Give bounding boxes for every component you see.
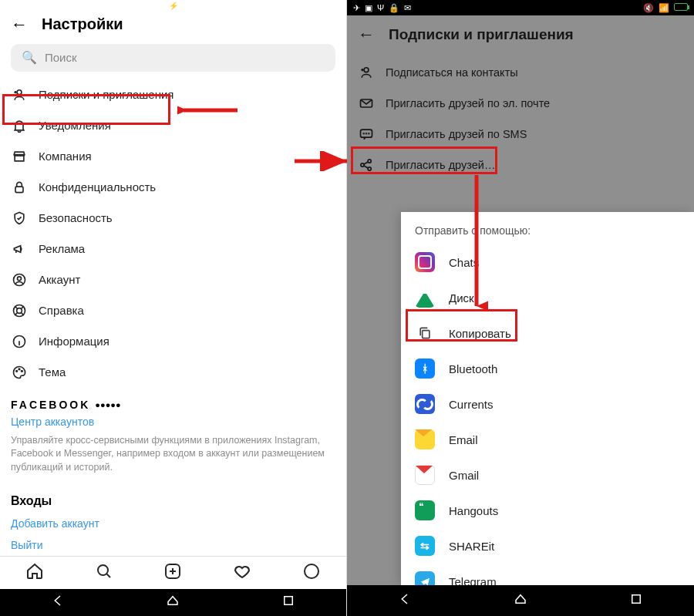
settings-item-lock[interactable]: Конфиденциальность bbox=[11, 172, 335, 203]
share-copy[interactable]: Копировать bbox=[401, 315, 694, 351]
logins-heading: Входы bbox=[11, 494, 335, 508]
settings-item-label: Конфиденциальность bbox=[39, 180, 156, 194]
tab-create[interactable] bbox=[163, 562, 182, 584]
share-target-label: Email bbox=[449, 433, 478, 446]
invite-list: Подписаться на контактыПригласить друзей… bbox=[347, 54, 694, 183]
status-left-icons: ✈ ▣ Ψ 🔒 ✉ bbox=[353, 3, 411, 13]
user-plus-icon bbox=[358, 65, 375, 80]
invite-header: ← Подписки и приглашения bbox=[347, 15, 694, 54]
search-icon: 🔍 bbox=[22, 50, 37, 65]
share-drive[interactable]: Диск bbox=[401, 280, 694, 315]
nav-home[interactable] bbox=[166, 594, 180, 611]
image-notif-icon: ▣ bbox=[365, 3, 372, 13]
back-button[interactable]: ← bbox=[358, 25, 375, 45]
tab-activity[interactable] bbox=[233, 562, 251, 584]
share-bluetooth[interactable]: ᚼBluetooth bbox=[401, 351, 694, 386]
telegram-notif-icon: ✈ bbox=[353, 3, 360, 13]
svg-rect-25 bbox=[423, 331, 430, 338]
accounts-center-desc: Управляйте кросс-сервисными функциями в … bbox=[11, 434, 335, 475]
share-chats-icon bbox=[415, 252, 435, 272]
settings-item-label: Справка bbox=[39, 304, 84, 317]
svg-point-18 bbox=[363, 133, 364, 134]
facebook-section: FACEBOOK ●●●●● Центр аккаунтов Управляйт… bbox=[0, 388, 346, 481]
settings-item-user-plus[interactable]: Подписки и приглашения bbox=[11, 79, 335, 110]
share-currents[interactable]: Currents bbox=[401, 386, 694, 422]
share-target-label: Hangouts bbox=[449, 504, 498, 517]
back-button[interactable]: ← bbox=[11, 16, 28, 33]
invite-item-label: Пригласить друзей по эл. почте bbox=[386, 97, 550, 109]
facebook-product-glyphs: ●●●●● bbox=[95, 400, 120, 409]
user-icon bbox=[11, 272, 28, 288]
add-account-link[interactable]: Добавить аккаунт bbox=[11, 517, 335, 530]
invite-screen: ✈ ▣ Ψ 🔒 ✉ 🔇 📶 ← Подписки и приглашения П… bbox=[347, 0, 694, 616]
settings-item-storefront[interactable]: Компания bbox=[11, 141, 335, 172]
android-nav-bar bbox=[347, 585, 694, 616]
settings-item-lifebuoy[interactable]: Справка bbox=[11, 295, 335, 326]
share-icon bbox=[358, 157, 375, 173]
invite-item-2[interactable]: Пригласить друзей по SMS bbox=[358, 119, 683, 150]
tab-home[interactable] bbox=[25, 562, 44, 584]
invite-item-1[interactable]: Пригласить друзей по эл. почте bbox=[358, 88, 683, 119]
invite-item-label: Пригласить друзей… bbox=[386, 159, 495, 171]
svg-point-5 bbox=[17, 308, 22, 313]
share-sheet-list: ChatsДискКопироватьᚼBluetoothCurrentsEma… bbox=[401, 244, 694, 585]
nav-recent[interactable] bbox=[629, 592, 643, 609]
accounts-center-link[interactable]: Центр аккаунтов bbox=[11, 416, 335, 428]
settings-item-megaphone[interactable]: Реклама bbox=[11, 234, 335, 264]
logout-link[interactable]: Выйти bbox=[11, 539, 335, 551]
settings-item-label: Уведомления bbox=[39, 119, 111, 132]
megaphone-icon bbox=[11, 241, 28, 257]
settings-item-label: Безопасность bbox=[39, 211, 113, 224]
status-bar-right: ✈ ▣ Ψ 🔒 ✉ 🔇 📶 bbox=[347, 0, 694, 15]
settings-item-user[interactable]: Аккаунт bbox=[11, 264, 335, 295]
facebook-brand-text: FACEBOOK bbox=[11, 399, 90, 411]
nav-back[interactable] bbox=[51, 594, 65, 611]
share-shareit[interactable]: ⇆SHAREit bbox=[401, 528, 694, 564]
svg-point-3 bbox=[18, 276, 22, 280]
svg-point-7 bbox=[16, 370, 18, 372]
settings-item-label: Информация bbox=[39, 335, 109, 348]
palette-icon bbox=[11, 365, 28, 380]
share-hangouts-icon bbox=[415, 500, 435, 520]
share-gmail-icon bbox=[415, 465, 435, 485]
settings-item-bell[interactable]: Уведомления bbox=[11, 110, 335, 141]
settings-item-shield[interactable]: Безопасность bbox=[11, 203, 335, 234]
envelope-icon bbox=[358, 96, 375, 111]
info-icon bbox=[11, 334, 28, 349]
share-chats[interactable]: Chats bbox=[401, 244, 694, 280]
settings-list: Подписки и приглашенияУведомленияКомпани… bbox=[0, 79, 346, 388]
mute-icon: 🔇 bbox=[643, 3, 654, 13]
settings-header: ← Настройки bbox=[0, 11, 346, 41]
settings-item-palette[interactable]: Тема bbox=[11, 357, 335, 388]
search-input[interactable]: 🔍 Поиск bbox=[11, 44, 335, 71]
settings-item-info[interactable]: Информация bbox=[11, 326, 335, 357]
share-telegram[interactable]: Telegram bbox=[401, 564, 694, 585]
tab-search[interactable] bbox=[95, 562, 113, 584]
invite-item-3[interactable]: Пригласить друзей… bbox=[358, 150, 683, 180]
tab-profile[interactable] bbox=[302, 562, 321, 584]
settings-item-label: Компания bbox=[39, 150, 92, 163]
svg-point-8 bbox=[19, 369, 20, 370]
invite-item-0[interactable]: Подписаться на контакты bbox=[358, 57, 683, 88]
share-gmail[interactable]: Gmail bbox=[401, 457, 694, 493]
share-copy-icon bbox=[415, 323, 435, 343]
share-target-label: Currents bbox=[449, 398, 494, 411]
nav-back[interactable] bbox=[398, 592, 412, 609]
share-email-icon bbox=[415, 429, 435, 449]
share-target-label: Chats bbox=[449, 256, 479, 269]
mail-status-icon: ✉ bbox=[404, 3, 411, 13]
invite-item-label: Подписаться на контакты bbox=[386, 66, 518, 79]
svg-point-10 bbox=[98, 565, 108, 575]
nav-recent[interactable] bbox=[281, 594, 295, 611]
share-email[interactable]: Email bbox=[401, 422, 694, 457]
svg-point-19 bbox=[366, 133, 367, 134]
lock-icon bbox=[11, 180, 28, 195]
status-right-icons: 🔇 📶 bbox=[643, 3, 688, 13]
storefront-icon bbox=[11, 149, 28, 164]
nav-home[interactable] bbox=[514, 592, 527, 609]
settings-item-label: Реклама bbox=[39, 242, 85, 255]
sms-icon bbox=[358, 126, 375, 142]
svg-point-12 bbox=[305, 564, 318, 578]
share-hangouts[interactable]: Hangouts bbox=[401, 493, 694, 528]
status-bar: ⚡ bbox=[0, 0, 346, 11]
